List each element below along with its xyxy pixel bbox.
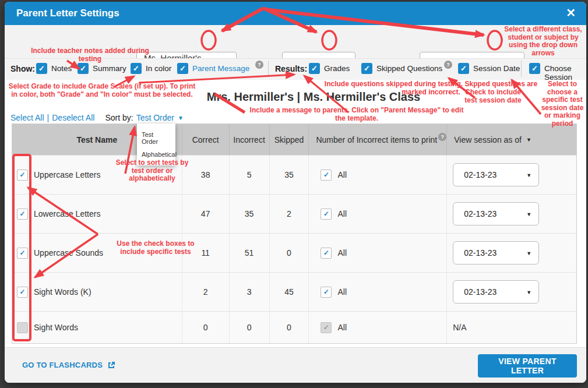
test-name: Uppercase Letters (34, 170, 100, 179)
session-date-checkbox-label[interactable]: Session Date (473, 64, 520, 73)
all-checkbox[interactable]: ✓ (321, 287, 332, 298)
close-icon[interactable]: ✕ (566, 6, 576, 20)
test-checkbox[interactable]: ✓ (17, 209, 28, 220)
table-row: Sight Words000✓AllN/A (12, 311, 576, 343)
parent-message-help-icon[interactable]: ? (255, 61, 263, 69)
in-color-checkbox[interactable]: ✓ (131, 63, 142, 74)
skipped-value: 35 (270, 156, 309, 194)
session-cell: 02-13-23▼ (447, 195, 576, 233)
skipped-questions-help-icon[interactable]: ? (444, 61, 452, 69)
all-checkbox[interactable]: ✓ (321, 170, 332, 181)
sort-value[interactable]: Test Order (136, 113, 174, 122)
go-to-flashcards-link[interactable]: GO TO FLASHCARDS (22, 361, 115, 369)
choose-session-checkbox[interactable]: ✓ (529, 63, 540, 74)
session-date-dropdown[interactable]: 02-13-23▼ (453, 202, 539, 225)
all-label: All (337, 287, 347, 297)
table-row: ✓Sight Words (K)2345✓All02-13-23▼ (12, 272, 576, 311)
dialog-title: Parent Letter Settings (16, 8, 119, 19)
col-view-session[interactable]: View session as of ▼ (447, 124, 576, 155)
correct-value: 2 (182, 273, 230, 311)
chevron-down-icon[interactable]: ▼ (526, 211, 531, 217)
test-name-cell: ✓Lowercase Letters (12, 195, 182, 233)
view-parent-letter-button[interactable]: VIEW PARENT LETTER (478, 354, 577, 378)
correct-value: 11 (182, 234, 230, 272)
session-date-value: 02-13-23 (464, 287, 497, 297)
session-date-value: 02-13-23 (464, 248, 497, 258)
toolbar: Teacher: Mrs. Hermiller Class: Ms. Hermi… (5, 25, 586, 58)
num-incorrect-cell: ✓All (309, 156, 447, 194)
test-checkbox (17, 322, 28, 333)
divider (268, 61, 269, 77)
all-checkbox[interactable]: ✓ (321, 209, 332, 220)
all-checkbox[interactable]: ✓ (321, 248, 332, 259)
chevron-down-icon[interactable]: ▼ (526, 137, 531, 143)
page-title: Mrs. Hermiller's | Ms. Hermiller's Class (168, 90, 459, 104)
session-cell: 02-13-23▼ (447, 156, 576, 194)
chevron-down-icon[interactable]: ▼ (526, 290, 531, 295)
num-incorrect-cell: ✓All (309, 273, 447, 311)
summary-checkbox[interactable]: ✓ (78, 63, 89, 74)
external-link-icon (107, 361, 115, 369)
skipped-value: 45 (270, 273, 309, 311)
parent-message-link[interactable]: Parent Message (192, 64, 249, 73)
session-date-dropdown[interactable]: 02-13-23▼ (453, 163, 539, 186)
num-incorrect-cell: ✓All (309, 195, 447, 233)
skipped-questions-checkbox-label[interactable]: Skipped Questions (376, 64, 442, 73)
sort-option-alphabetical[interactable]: Alphabetical (137, 148, 175, 161)
divider (521, 61, 522, 77)
grades-checkbox[interactable]: ✓ (309, 63, 320, 74)
grades-checkbox-label[interactable]: Grades (324, 64, 350, 73)
table-row: ✓Lowercase Letters47352✓All02-13-23▼ (12, 194, 576, 233)
table-row: ✓Uppercase Sounds11510✓All02-13-23▼ (12, 233, 576, 272)
deselect-all-link[interactable]: Deselect All (52, 113, 94, 122)
session-cell: N/A (447, 312, 576, 343)
choose-session-checkbox-label[interactable]: Choose Session (544, 64, 586, 82)
incorrect-value: 51 (230, 234, 270, 272)
sort-option-test-order[interactable]: Test Order (137, 128, 175, 148)
table-header-row: Test Name Correct Incorrect Skipped Numb… (12, 124, 576, 155)
all-checkbox: ✓ (321, 322, 332, 333)
tests-table: Test Name Correct Incorrect Skipped Numb… (12, 124, 577, 344)
sort-caret-icon[interactable]: ▼ (178, 115, 184, 121)
parent-message-checkbox[interactable]: ✓ (177, 63, 188, 74)
correct-value: 38 (182, 156, 230, 194)
chevron-down-icon[interactable]: ▼ (526, 172, 531, 178)
session-date-value: 02-13-23 (464, 170, 497, 179)
session-date-value: 02-13-23 (464, 209, 497, 218)
show-label: Show: (10, 64, 35, 73)
dialog-footer: GO TO FLASHCARDS VIEW PARENT LETTER (5, 347, 586, 383)
all-label: All (337, 248, 347, 258)
skipped-value: 0 (270, 234, 309, 272)
test-name: Sight Words (K) (34, 287, 91, 297)
test-name-cell: ✓Uppercase Sounds (12, 234, 182, 272)
test-checkbox[interactable]: ✓ (17, 248, 28, 259)
num-incorrect-cell: ✓All (309, 234, 447, 272)
results-label: Results: (275, 64, 307, 73)
skipped-value: 0 (270, 312, 309, 343)
parent-letter-settings-dialog: Parent Letter Settings ✕ Teacher: Mrs. H… (5, 2, 586, 383)
test-name-cell: ✓Sight Words (K) (12, 273, 182, 311)
incorrect-value: 3 (230, 273, 270, 311)
chevron-down-icon[interactable]: ▼ (526, 251, 531, 256)
notes-checkbox[interactable]: ✓ (36, 63, 47, 74)
session-cell: 02-13-23▼ (447, 273, 576, 311)
num-incorrect-help-icon[interactable]: ? (438, 133, 446, 141)
test-checkbox[interactable]: ✓ (17, 287, 28, 298)
test-name: Sight Words (34, 323, 78, 332)
session-date-checkbox[interactable]: ✓ (458, 63, 469, 74)
test-checkbox[interactable]: ✓ (17, 170, 28, 181)
notes-checkbox-label[interactable]: Notes (51, 64, 72, 73)
all-label: All (337, 170, 347, 179)
all-label: All (337, 209, 347, 218)
incorrect-value: 0 (230, 312, 270, 343)
correct-value: 47 (182, 195, 230, 233)
session-cell: 02-13-23▼ (447, 234, 576, 272)
dialog-header: Parent Letter Settings ✕ (5, 2, 586, 25)
skipped-questions-checkbox[interactable]: ✓ (361, 63, 372, 74)
session-date-dropdown[interactable]: 02-13-23▼ (453, 241, 539, 264)
summary-checkbox-label[interactable]: Summary (93, 64, 126, 73)
select-all-link[interactable]: Select All (10, 113, 44, 122)
in-color-checkbox-label[interactable]: In color (146, 64, 171, 73)
session-date-dropdown[interactable]: 02-13-23▼ (453, 280, 539, 304)
incorrect-value: 5 (230, 156, 270, 194)
